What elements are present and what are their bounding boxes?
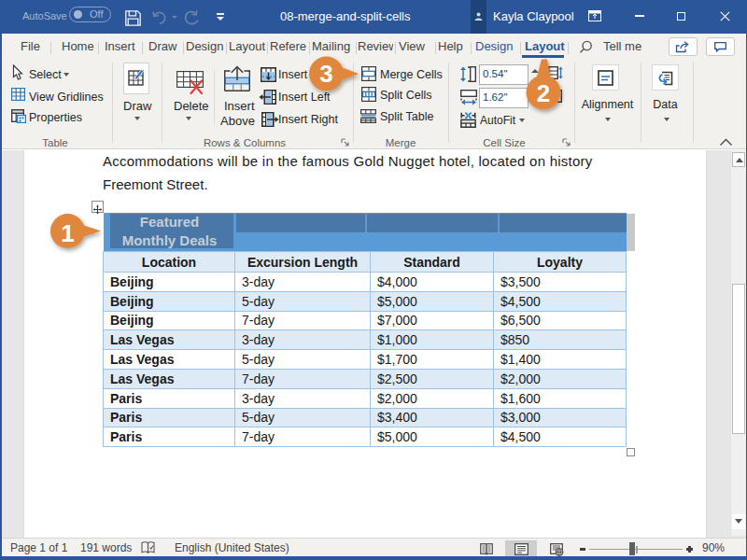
svg-text:2: 2 <box>537 79 550 107</box>
svg-text:3: 3 <box>319 60 332 88</box>
svg-text:1: 1 <box>61 219 74 247</box>
